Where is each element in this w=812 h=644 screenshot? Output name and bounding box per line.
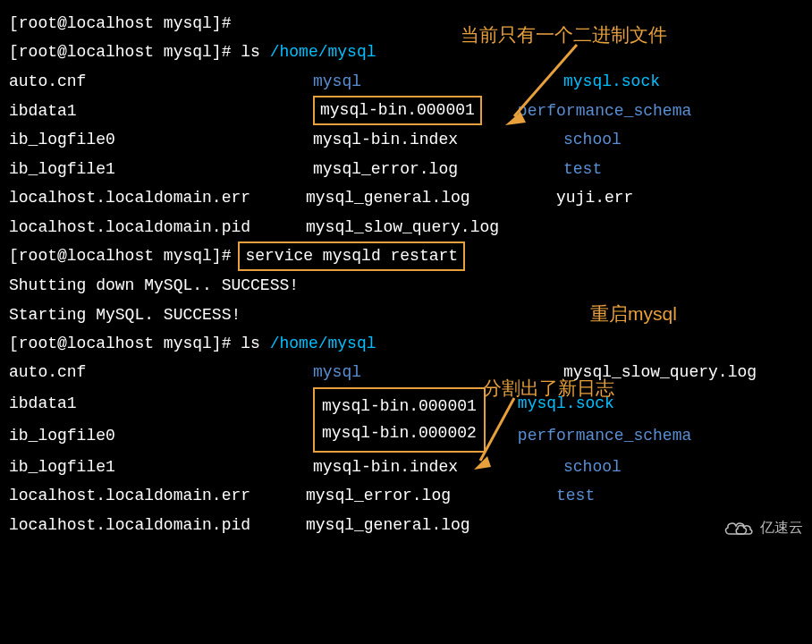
file: ib_logfile1 xyxy=(9,453,313,481)
listing2-row4: localhost.localdomain.err mysql_error.lo… xyxy=(9,481,803,510)
prompt: [root@localhost mysql]# xyxy=(9,335,231,352)
file: ibdata1 xyxy=(9,389,313,418)
dir: school xyxy=(563,125,803,154)
dir: performance_schema xyxy=(518,421,803,450)
terminal[interactable]: [root@localhost mysql]# [root@localhost … xyxy=(9,9,803,539)
file: mysql_slow_query.log xyxy=(306,213,556,242)
listing1-row0: auto.cnf mysql mysql.sock xyxy=(9,67,803,96)
annotation-bot: 分割出了新日志 xyxy=(483,371,614,405)
prompt-ls-line[interactable]: [root@localhost mysql]# ls /home/mysql xyxy=(9,38,803,66)
prompt-ls2-line[interactable]: [root@localhost mysql]# ls /home/mysql xyxy=(9,329,803,358)
file: ibdata1 xyxy=(9,97,313,125)
watermark: 亿速云 xyxy=(723,515,803,541)
shutdown-msg: Shutting down MySQL.. SUCCESS! xyxy=(9,271,803,300)
file: mysql-bin.000001 xyxy=(322,393,477,420)
listing1-row3: ib_logfile1 mysql_error.log test xyxy=(9,155,803,183)
file: localhost.localdomain.err xyxy=(9,183,306,212)
box-bin1: mysql-bin.000001 xyxy=(313,96,482,125)
listing1-row1: ibdata1 mysql-bin.000001 performance_sch… xyxy=(9,96,803,125)
file: mysql_error.log xyxy=(313,155,563,183)
file: mysql_general.log xyxy=(306,183,556,212)
dir: test xyxy=(563,155,803,183)
file: yuji.err xyxy=(556,183,803,212)
cloud-icon xyxy=(723,520,755,538)
file: localhost.localdomain.pid xyxy=(9,511,306,539)
dir: test xyxy=(556,481,803,510)
box-bin-new: mysql-bin.000001 mysql-bin.000002 xyxy=(313,387,486,453)
listing2-row0: auto.cnf mysql mysql_slow_query.log xyxy=(9,358,803,386)
restart-line[interactable]: [root@localhost mysql]# service mysqld r… xyxy=(9,242,803,271)
listing1-row5: localhost.localdomain.pid mysql_slow_que… xyxy=(9,213,803,242)
prompt: [root@localhost mysql]# xyxy=(9,14,231,32)
file: localhost.localdomain.pid xyxy=(9,213,306,242)
annotation-top: 当前只有一个二进制文件 xyxy=(461,18,667,52)
listing1-row2: ib_logfile0 mysql-bin.index school xyxy=(9,125,803,154)
cmd-ls: ls xyxy=(241,335,260,352)
file: mysql_error.log xyxy=(306,481,556,510)
file: auto.cnf xyxy=(9,67,313,96)
dir: mysql xyxy=(313,67,563,96)
file: localhost.localdomain.err xyxy=(9,481,306,510)
file: ib_logfile1 xyxy=(9,155,313,183)
path: /home/mysql xyxy=(270,335,376,352)
prompt: [root@localhost mysql]# xyxy=(9,43,231,61)
listing2-row3: ib_logfile1 mysql-bin.index school xyxy=(9,453,803,481)
file: mysql_general.log xyxy=(306,511,556,539)
dir: performance_schema xyxy=(518,97,803,125)
prompt-line[interactable]: [root@localhost mysql]# xyxy=(9,9,803,38)
dir: school xyxy=(563,453,803,481)
file: mysql-bin.000002 xyxy=(322,419,477,447)
listing1-row4: localhost.localdomain.err mysql_general.… xyxy=(9,183,803,212)
prompt: [root@localhost mysql]# xyxy=(9,242,231,270)
file: ib_logfile0 xyxy=(9,125,313,154)
file: mysql-bin.index xyxy=(313,453,563,481)
box-restart-cmd: service mysqld restart xyxy=(238,242,465,271)
file: mysql-bin.index xyxy=(313,125,563,154)
cmd-ls: ls xyxy=(241,43,260,61)
path: /home/mysql xyxy=(270,43,376,61)
file: mysql.sock xyxy=(563,67,803,96)
listing2-row1-2: ibdata1 ib_logfile0 mysql-bin.000001 mys… xyxy=(9,387,803,453)
annotation-mid: 重启mysql xyxy=(590,297,677,331)
listing2-row5: localhost.localdomain.pid mysql_general.… xyxy=(9,511,803,539)
file: auto.cnf xyxy=(9,358,313,386)
starting-msg: Starting MySQL. SUCCESS! xyxy=(9,301,803,329)
watermark-text: 亿速云 xyxy=(760,515,803,541)
file: ib_logfile0 xyxy=(9,421,313,450)
